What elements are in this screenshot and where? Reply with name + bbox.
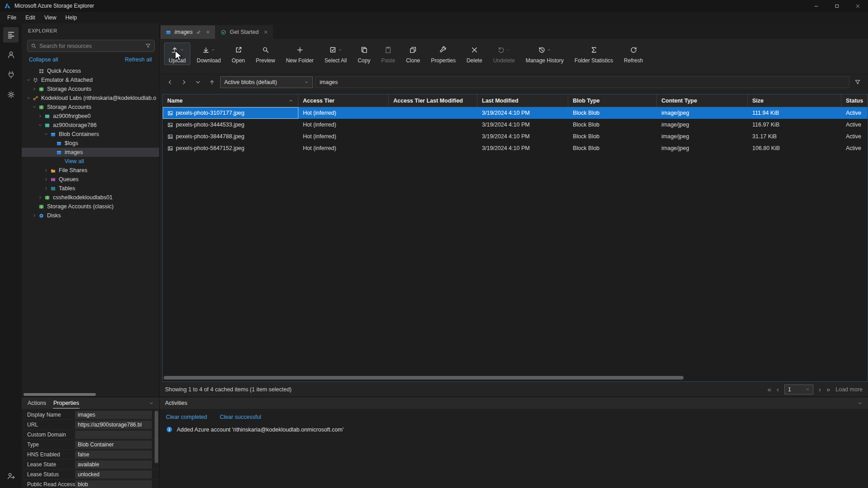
download-button[interactable]: Download	[192, 42, 225, 65]
prev-page-icon[interactable]: ‹	[777, 386, 779, 393]
upload-button[interactable]: Upload	[164, 42, 190, 65]
tab-get-started[interactable]: Get Started	[216, 25, 273, 39]
chevron-right-icon[interactable]	[38, 114, 44, 118]
undelete-button[interactable]: Undelete	[489, 42, 519, 65]
chevron-right-icon[interactable]	[32, 213, 38, 218]
scrollbar-thumb[interactable]	[155, 411, 158, 463]
chevron-down-icon[interactable]	[32, 105, 38, 109]
chevron-down-icon[interactable]	[38, 123, 44, 127]
settings-gear-icon[interactable]	[3, 87, 19, 102]
search-input[interactable]	[39, 43, 142, 49]
search-filter-icon[interactable]	[145, 43, 151, 49]
tree-item-tables[interactable]: Tables	[22, 184, 159, 193]
folder-statistics-button[interactable]: Folder Statistics	[570, 42, 618, 65]
close-button[interactable]	[847, 0, 868, 12]
scrollbar-thumb[interactable]	[164, 376, 684, 380]
first-page-icon[interactable]: «	[768, 386, 771, 393]
column-header-access-tier[interactable]: Access Tier	[298, 94, 389, 107]
close-tab-icon[interactable]	[206, 30, 210, 34]
next-page-icon[interactable]: ›	[819, 386, 821, 393]
tree-item-storage-accounts-classic[interactable]: Storage Accounts (classic)	[22, 202, 159, 211]
chevron-right-icon[interactable]	[32, 87, 38, 91]
tree-item-kodekloud-labs-rithinskaria-kodekloudlab-o[interactable]: Kodekloud Labs (rithinskaria@kodekloudla…	[22, 94, 159, 103]
chevron-right-icon[interactable]	[44, 186, 50, 191]
maximize-button[interactable]	[826, 0, 847, 12]
open-button[interactable]: Open	[227, 42, 249, 65]
paste-button[interactable]: Paste	[377, 42, 400, 65]
chevron-down-icon[interactable]	[547, 48, 551, 52]
filter-icon[interactable]	[852, 76, 863, 88]
clone-button[interactable]: Clone	[401, 42, 425, 65]
tree-item-az900storage786[interactable]: az900storage786	[22, 121, 159, 130]
tree-item-view-all[interactable]: View all	[22, 157, 159, 166]
refresh-all-link[interactable]: Refresh all	[125, 56, 152, 63]
property-value[interactable]: false	[75, 450, 152, 459]
blob-row[interactable]: pexels-photo-3107177.jpegHot (inferred)3…	[163, 107, 868, 119]
property-value[interactable]: blob	[75, 480, 152, 488]
activities-header[interactable]: Activities	[160, 397, 868, 409]
select-all-button[interactable]: Select All	[320, 42, 351, 65]
tree-item-storage-accounts[interactable]: Storage Accounts	[22, 103, 159, 112]
clear-successful-link[interactable]: Clear successful	[220, 414, 261, 420]
menu-edit[interactable]: Edit	[21, 13, 40, 22]
path-input[interactable]	[315, 76, 849, 88]
chevron-down-icon[interactable]	[338, 48, 342, 52]
refresh-button[interactable]: Refresh	[619, 42, 647, 65]
property-value[interactable]: Blob Container	[75, 441, 152, 449]
last-page-icon[interactable]: »	[826, 386, 830, 393]
new-folder-button[interactable]: New Folder	[281, 42, 318, 65]
tree-item-blob-containers[interactable]: Blob Containers	[22, 130, 159, 139]
tree-item-logs[interactable]: $logs	[22, 139, 159, 148]
menu-help[interactable]: Help	[61, 13, 82, 22]
pin-icon[interactable]	[196, 30, 201, 35]
collapse-activities-icon[interactable]	[858, 401, 863, 406]
close-tab-icon[interactable]	[264, 30, 268, 34]
tree-item-file-shares[interactable]: File Shares	[22, 166, 159, 175]
clear-completed-link[interactable]: Clear completed	[166, 414, 207, 420]
tree-item-az900fnrgbee0[interactable]: az900fnrgbee0	[22, 112, 159, 121]
property-value[interactable]: https://az900storage786.bl	[75, 421, 152, 429]
properties-scrollbar[interactable]	[155, 411, 158, 483]
menu-file[interactable]: File	[3, 13, 21, 22]
list-horizontal-scrollbar[interactable]	[163, 376, 868, 380]
blob-row[interactable]: pexels-photo-3444533.jpegHot (inferred)3…	[163, 119, 868, 131]
tree-item-queues[interactable]: Queues	[22, 175, 159, 184]
column-header-content-type[interactable]: Content Type	[657, 94, 748, 107]
tree-horizontal-scrollbar[interactable]	[23, 392, 158, 397]
feedback-icon[interactable]	[3, 468, 19, 483]
chevron-down-icon[interactable]	[44, 132, 50, 136]
scrollbar-thumb[interactable]	[24, 393, 96, 396]
tree-item-csshellkodekloudlabs01[interactable]: csshellkodekloudlabs01	[22, 193, 159, 202]
property-value[interactable]: unlocked	[75, 470, 152, 479]
tree-item-images[interactable]: images	[22, 148, 159, 157]
collapse-all-link[interactable]: Collapse all	[29, 56, 58, 63]
resource-search-box[interactable]	[27, 40, 155, 52]
blob-row[interactable]: pexels-photo-3844788.jpegHot (inferred)3…	[163, 131, 868, 142]
column-header-status[interactable]: Status	[841, 94, 868, 107]
blob-filter-dropdown[interactable]: Active blobs (default)	[220, 76, 313, 88]
column-header-last-modified[interactable]: Last Modified	[477, 94, 568, 107]
tab-properties[interactable]: Properties	[53, 398, 80, 408]
minimize-button[interactable]	[806, 0, 826, 12]
delete-button[interactable]: Delete	[462, 42, 487, 65]
chevron-right-icon[interactable]	[44, 177, 50, 182]
property-value[interactable]: images	[75, 411, 152, 419]
account-activity-icon[interactable]	[3, 47, 19, 62]
manage-history-button[interactable]: Manage History	[521, 42, 568, 65]
blob-row[interactable]: pexels-photo-5647152.jpegHot (inferred)3…	[163, 142, 868, 154]
tab-actions[interactable]: Actions	[27, 398, 47, 408]
tab-images[interactable]: images	[160, 25, 215, 39]
tree-item-quick-access[interactable]: Quick Access	[22, 66, 159, 75]
tree-item-emulator-attached[interactable]: Emulator & Attached	[22, 75, 159, 84]
column-header-access-tier-last-modified[interactable]: Access Tier Last Modified	[389, 94, 477, 107]
collapse-panel-icon[interactable]	[149, 401, 154, 406]
up-level-icon[interactable]	[206, 76, 218, 88]
tree-item-storage-accounts[interactable]: Storage Accounts	[22, 84, 159, 94]
chevron-down-icon[interactable]	[211, 48, 215, 52]
page-select[interactable]: 1	[784, 385, 813, 394]
connect-activity-icon[interactable]	[3, 67, 19, 82]
copy-button[interactable]: Copy	[353, 42, 375, 65]
chevron-right-icon[interactable]	[44, 168, 50, 173]
column-header-size[interactable]: Size	[748, 94, 841, 107]
menu-view[interactable]: View	[40, 13, 61, 22]
